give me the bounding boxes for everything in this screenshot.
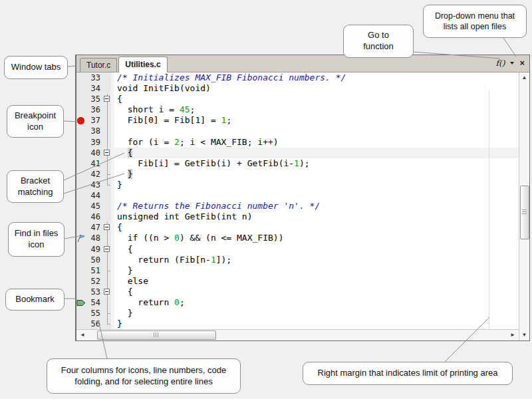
code-line: 48 if ((n > 0) && (n <= MAX_FIB)) [76, 233, 519, 243]
code-text[interactable]: return (Fib[n-1]); [114, 255, 519, 265]
breakpoint-icon[interactable] [77, 117, 84, 124]
go-to-function-icon[interactable]: f() [496, 59, 505, 67]
code-text[interactable]: else [114, 276, 519, 287]
code-text[interactable]: return 0; [114, 297, 519, 308]
code-line: 45/* Returns the Fibonacci number 'n'. *… [76, 201, 519, 211]
code-text[interactable]: } [114, 319, 519, 329]
tab-utilities-c[interactable]: Utilities.c [118, 57, 167, 72]
code-line: 42 } [76, 169, 519, 180]
code-text[interactable]: } [114, 169, 519, 180]
fold-marker [103, 276, 111, 287]
code-text[interactable]: { [114, 244, 519, 255]
code-text[interactable]: Fib[0] = Fib[1] = 1; [114, 115, 519, 126]
fold-marker[interactable] [103, 244, 111, 255]
gutter-icon-column[interactable] [76, 319, 86, 329]
line-number: 43 [86, 180, 103, 190]
code-line: 43} [76, 180, 519, 190]
code-text[interactable]: { [114, 148, 519, 158]
fold-marker[interactable] [103, 94, 111, 104]
gutter-icon-column[interactable] [76, 115, 86, 126]
code-line: 51 } [76, 265, 519, 276]
gutter-icon-column[interactable] [76, 222, 86, 233]
gutter-icon-column[interactable] [76, 287, 86, 297]
code-area[interactable]: 33/* Initializes MAX_FIB Fibonacci numbe… [76, 72, 519, 330]
bookmark-icon[interactable] [76, 298, 86, 307]
code-text[interactable] [114, 190, 519, 201]
gutter-icon-column[interactable] [76, 83, 86, 94]
gutter-icon-column[interactable] [76, 276, 86, 287]
fold-marker [103, 297, 111, 308]
code-line: 54 return 0; [76, 297, 519, 308]
find-in-files-icon[interactable] [76, 233, 86, 243]
line-number: 36 [86, 104, 103, 115]
horizontal-scrollbar-thumb[interactable] [97, 331, 216, 340]
callout-window-tabs: Window tabs [4, 56, 68, 79]
gutter-icon-column[interactable] [76, 308, 86, 319]
gutter-icon-column[interactable] [76, 233, 86, 243]
line-number: 39 [86, 137, 103, 148]
close-icon[interactable]: × [519, 59, 525, 67]
code-line: 46unsigned int GetFib(int n) [76, 211, 519, 222]
code-text[interactable]: } [114, 308, 519, 319]
code-text[interactable]: /* Returns the Fibonacci number 'n'. */ [114, 201, 519, 211]
gutter-icon-column[interactable] [76, 148, 86, 158]
code-text[interactable]: if ((n > 0) && (n <= MAX_FIB)) [114, 233, 519, 243]
print-margin-line [489, 90, 489, 330]
callout-breakpoint-icon: Breakpoint icon [7, 105, 64, 138]
gutter-icon-column[interactable] [76, 169, 86, 180]
line-number: 42 [86, 169, 103, 180]
code-text[interactable]: short i = 45; [114, 104, 519, 115]
gutter-icon-column[interactable] [76, 255, 86, 265]
code-text[interactable] [114, 126, 519, 136]
fold-marker [103, 72, 111, 83]
vertical-scrollbar-thumb[interactable] [520, 186, 529, 239]
gutter-icon-column[interactable] [76, 72, 86, 83]
code-text[interactable]: void InitFib(void) [114, 83, 519, 94]
scroll-down-icon[interactable]: ▼ [519, 332, 529, 338]
fold-marker [103, 211, 111, 222]
code-text[interactable]: { [114, 222, 519, 233]
code-text[interactable]: Fib[i] = GetFib(i) + GetFib(i-1); [114, 158, 519, 169]
gutter-icon-column[interactable] [76, 201, 86, 211]
code-text[interactable]: unsigned int GetFib(int n) [114, 211, 519, 222]
callout-find-in-files-icon: Find in files icon [8, 222, 65, 257]
gutter-icon-column[interactable] [76, 297, 86, 308]
scroll-up-icon[interactable]: ▲ [519, 75, 529, 80]
gutter-icon-column[interactable] [76, 211, 86, 222]
gutter-icon-column[interactable] [76, 190, 86, 201]
code-text[interactable]: { [114, 287, 519, 297]
open-files-dropdown-icon[interactable] [510, 62, 514, 65]
gutter-icon-column[interactable] [76, 94, 86, 104]
gutter-icon-column[interactable] [76, 265, 86, 276]
code-text[interactable]: } [114, 180, 519, 190]
fold-marker [103, 308, 111, 319]
line-number: 54 [86, 297, 103, 308]
code-line: 37 Fib[0] = Fib[1] = 1; [76, 115, 519, 126]
code-text[interactable]: { [114, 94, 519, 104]
line-number: 38 [86, 126, 103, 136]
fold-marker [103, 255, 111, 265]
callout-bookmark: Bookmark [5, 289, 65, 311]
window-tab-bar: Tutor.c Utilities.c f() × [76, 55, 529, 72]
line-number: 35 [86, 94, 103, 104]
code-text[interactable]: } [114, 265, 519, 276]
gutter-icon-column[interactable] [76, 158, 86, 169]
fold-marker[interactable] [103, 287, 111, 297]
fold-marker[interactable] [103, 148, 111, 158]
gutter-icon-column[interactable] [76, 126, 86, 136]
code-line: 56} [76, 319, 519, 329]
gutter-icon-column[interactable] [76, 180, 86, 190]
code-text[interactable]: for (i = 2; i < MAX_FIB; i++) [114, 137, 519, 148]
code-text[interactable]: /* Initializes MAX_FIB Fibonacci numbers… [114, 72, 519, 83]
gutter-icon-column[interactable] [76, 137, 86, 148]
gutter-icon-column[interactable] [76, 244, 86, 255]
scroll-left-icon[interactable]: ◄ [79, 332, 86, 338]
gutter-icon-column[interactable] [76, 104, 86, 115]
scroll-right-icon[interactable]: ► [509, 332, 516, 338]
fold-marker [103, 201, 111, 211]
line-number: 51 [86, 265, 103, 276]
tab-tutor-c[interactable]: Tutor.c [80, 58, 117, 72]
fold-marker [103, 233, 111, 243]
callout-drop-down-menu: Drop-down menu that lists all open files [423, 5, 527, 38]
fold-marker[interactable] [103, 222, 111, 233]
